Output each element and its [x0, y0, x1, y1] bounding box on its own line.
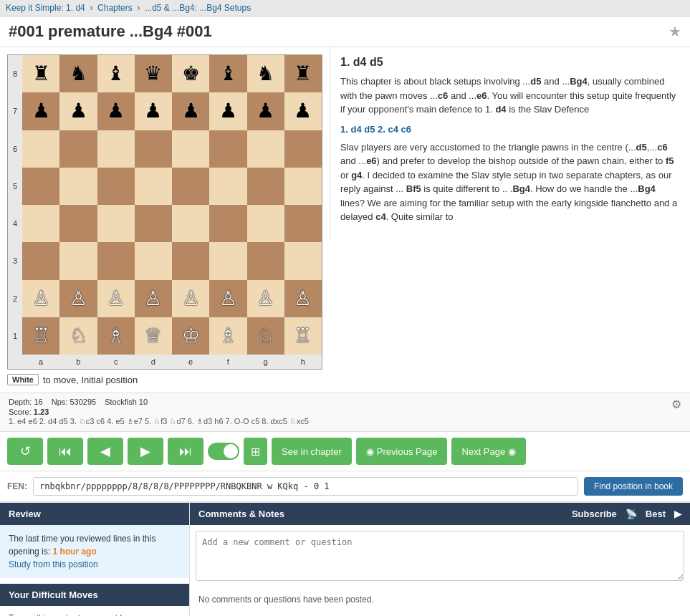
board-cell-c7[interactable]: ♟	[97, 92, 135, 130]
board-cell-a4[interactable]	[22, 205, 59, 242]
board-cell-d4[interactable]	[135, 205, 172, 242]
board-cell-c1[interactable]: ♗	[97, 317, 135, 355]
board-cell-h3[interactable]	[284, 242, 322, 279]
board-cell-b3[interactable]	[59, 242, 97, 279]
board-cell-g1[interactable]: ♘	[247, 317, 284, 355]
chess-piece-P: ♙	[219, 289, 237, 309]
previous-page-button[interactable]: ◉ Previous Page	[356, 438, 448, 465]
find-position-button[interactable]: Find position in book	[584, 477, 683, 496]
board-cell-c8[interactable]: ♝	[97, 55, 135, 92]
board-cell-b2[interactable]: ♙	[59, 280, 97, 317]
board-cell-b6[interactable]	[59, 130, 97, 168]
board-cell-d7[interactable]: ♟	[135, 92, 172, 130]
board-cell-a8[interactable]: ♜	[22, 55, 59, 92]
board-cell-g8[interactable]: ♞	[247, 55, 284, 92]
board-cell-h6[interactable]	[284, 130, 322, 168]
board-cell-g3[interactable]	[247, 242, 284, 279]
board-cell-c5[interactable]	[97, 168, 135, 205]
toggle-switch[interactable]	[208, 443, 239, 460]
board-cell-f6[interactable]	[209, 130, 246, 168]
main-content: 8♜♞♝♛♚♝♞♜7♟♟♟♟♟♟♟♟65432♙♙♙♙♙♙♙♙1♖♘♗♕♔♗♘♖…	[0, 47, 690, 393]
board-cell-a1[interactable]: ♖	[22, 317, 59, 355]
board-cell-f3[interactable]	[209, 242, 246, 279]
board-cell-h5[interactable]	[284, 168, 322, 205]
board-cell-b4[interactable]	[59, 205, 97, 242]
board-cell-h2[interactable]: ♙	[284, 280, 322, 317]
fen-input[interactable]	[33, 477, 578, 496]
board-cell-d5[interactable]	[135, 168, 172, 205]
board-cell-c3[interactable]	[97, 242, 135, 279]
board-cell-h4[interactable]	[284, 205, 322, 242]
board-cell-e1[interactable]: ♔	[172, 317, 209, 355]
auto-play-toggle[interactable]	[208, 443, 239, 460]
chess-piece-K: ♔	[182, 326, 200, 346]
comment-input[interactable]	[196, 531, 684, 581]
board-cell-c2[interactable]: ♙	[97, 280, 135, 317]
board-cell-e8[interactable]: ♚	[172, 55, 209, 92]
board-cell-g2[interactable]: ♙	[247, 280, 284, 317]
board-cell-d8[interactable]: ♛	[135, 55, 172, 92]
bookmark-icon[interactable]: ★	[669, 23, 681, 40]
next-move-button[interactable]: ▶	[128, 438, 163, 465]
move-line-link[interactable]: 1. d4 d5 2. c4 c6	[340, 124, 411, 135]
board-cell-f1[interactable]: ♗	[209, 317, 246, 355]
board-cell-b7[interactable]: ♟	[59, 92, 97, 130]
engine-settings-icon[interactable]: ⚙	[671, 398, 681, 411]
board-cell-d1[interactable]: ♕	[135, 317, 172, 355]
see-in-chapter-button[interactable]: See in chapter	[272, 438, 352, 465]
board-cell-b5[interactable]	[59, 168, 97, 205]
board-cell-e3[interactable]	[172, 242, 209, 279]
board-cell-b1[interactable]: ♘	[59, 317, 97, 355]
restart-button[interactable]: ↺	[7, 438, 43, 465]
study-link[interactable]: Study from this position	[9, 559, 98, 569]
board-cell-a5[interactable]	[22, 168, 59, 205]
board-cell-h7[interactable]: ♟	[284, 92, 322, 130]
engine-depth: Depth: 16	[9, 398, 43, 406]
board-cell-e6[interactable]	[172, 130, 209, 168]
board-cell-a2[interactable]: ♙	[22, 280, 59, 317]
board-cell-g7[interactable]: ♟	[247, 92, 284, 130]
breadcrumb-link-2[interactable]: Chapters	[97, 3, 133, 13]
board-cell-d6[interactable]	[135, 130, 172, 168]
board-view-button[interactable]: ⊞	[244, 438, 267, 465]
chess-piece-p: ♟	[144, 101, 162, 121]
next-page-button[interactable]: Next Page ◉	[451, 438, 526, 465]
prev-move-button[interactable]: ◀	[87, 438, 123, 465]
board-cell-e5[interactable]	[172, 168, 209, 205]
board-cell-f7[interactable]: ♟	[209, 92, 246, 130]
breadcrumb-link-3[interactable]: ...d5 & ...Bg4: ...Bg4 Setups	[145, 3, 251, 13]
bottom-section: Review The last time you reviewed lines …	[0, 501, 690, 616]
board-cell-c4[interactable]	[97, 205, 135, 242]
board-cell-b8[interactable]: ♞	[59, 55, 97, 92]
board-cell-e7[interactable]: ♟	[172, 92, 209, 130]
board-cell-d3[interactable]	[135, 242, 172, 279]
board-cell-e4[interactable]	[172, 205, 209, 242]
first-move-button[interactable]: ⏮	[47, 438, 83, 465]
best-label[interactable]: Best	[646, 509, 666, 519]
board-cell-g4[interactable]	[247, 205, 284, 242]
board-cell-h1[interactable]: ♖	[284, 317, 322, 355]
board-cell-a6[interactable]	[22, 130, 59, 168]
board-cell-h8[interactable]: ♜	[284, 55, 322, 92]
board-cell-e2[interactable]: ♙	[172, 280, 209, 317]
board-cell-g5[interactable]	[247, 168, 284, 205]
chess-piece-r: ♜	[32, 64, 50, 84]
board-cell-f8[interactable]: ♝	[209, 55, 246, 92]
board-cell-f5[interactable]	[209, 168, 246, 205]
board-cell-a7[interactable]: ♟	[22, 92, 59, 130]
rss-icon[interactable]: 📡	[626, 509, 637, 519]
board-cell-g6[interactable]	[247, 130, 284, 168]
board-cell-d2[interactable]: ♙	[135, 280, 172, 317]
board-cell-c6[interactable]	[97, 130, 135, 168]
board-cell-f2[interactable]: ♙	[209, 280, 246, 317]
last-move-button[interactable]: ⏭	[168, 438, 203, 465]
rank-label-8: 8	[8, 55, 22, 92]
board-cell-f4[interactable]	[209, 205, 246, 242]
file-label-g: g	[247, 355, 284, 369]
text-panel: 1. d4 d5 This chapter is about black set…	[330, 47, 690, 240]
subscribe-link[interactable]: Subscribe	[572, 509, 617, 519]
chess-piece-p: ♟	[32, 101, 50, 121]
breadcrumb-link-1[interactable]: Keep it Simple: 1. d4	[6, 3, 85, 13]
board-cell-a3[interactable]	[22, 242, 59, 279]
chess-piece-b: ♝	[219, 64, 237, 84]
